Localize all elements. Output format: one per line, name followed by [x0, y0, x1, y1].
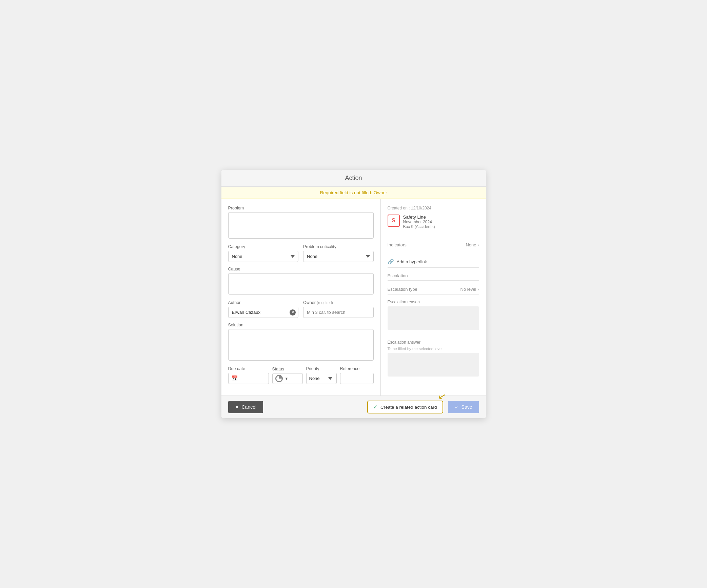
x-icon: ✕ [235, 404, 239, 410]
criticality-select[interactable]: None Low Medium High [303, 251, 374, 262]
due-date-input[interactable]: 📅 [228, 373, 269, 384]
escalation-type-value: No level › [460, 287, 479, 292]
source-info: Safety Line November 2024 Box 9 (Acciden… [403, 215, 435, 229]
created-date: Created on : 12/10/2024 [388, 206, 479, 210]
link-icon: 🔗 [388, 259, 394, 265]
category-label: Category [228, 244, 299, 249]
priority-select[interactable]: None Low Medium High [309, 374, 334, 382]
escalation-reason-group: Escalation reason [388, 300, 479, 335]
source-icon: S [388, 215, 400, 227]
indicators-label: Indicators [388, 242, 407, 247]
escalation-title: Escalation [388, 273, 479, 281]
indicators-value: None › [466, 242, 479, 247]
reference-label: Reference [340, 366, 374, 371]
modal-header: Action [221, 170, 486, 187]
owner-input-wrapper [303, 307, 374, 318]
cause-group: Cause [228, 267, 374, 296]
escalation-reason-textarea[interactable] [388, 306, 479, 330]
action-modal: Action Required field is not filled: Own… [221, 170, 486, 418]
category-group: Category None Type 1 Type 2 [228, 244, 299, 262]
save-label: Save [461, 404, 472, 410]
author-label: Author [228, 300, 299, 305]
owner-group: Owner (required) [303, 300, 374, 318]
chevron-right-icon: › [478, 243, 479, 247]
create-action-card-button[interactable]: ↙ ✓ Create a related action card [367, 401, 443, 413]
problem-label: Problem [228, 206, 374, 210]
save-check-icon: ✓ [455, 404, 459, 410]
escalation-type-label: Escalation type [388, 287, 417, 292]
indicators-row[interactable]: Indicators None › [388, 239, 479, 251]
right-panel: Created on : 12/10/2024 S Safety Line No… [381, 199, 486, 396]
modal-title: Action [228, 175, 479, 182]
escalation-answer-note: To be filled by the selected level [388, 347, 479, 351]
criticality-label: Problem criticality [303, 244, 374, 249]
problem-textarea[interactable] [228, 212, 374, 239]
author-input-wrapper: ✕ [228, 307, 299, 318]
criticality-group: Problem criticality None Low Medium High [303, 244, 374, 262]
status-label: Status [272, 367, 303, 371]
status-select[interactable]: ▼ [272, 373, 303, 384]
create-action-label: Create a related action card [380, 405, 437, 410]
owner-label: Owner (required) [303, 300, 374, 305]
save-button[interactable]: ✓ Save [448, 401, 479, 413]
escalation-reason-label: Escalation reason [388, 300, 479, 304]
author-input[interactable] [228, 307, 299, 318]
source-box: Box 9 (Accidents) [403, 224, 435, 229]
cause-textarea[interactable] [228, 273, 374, 295]
status-group: Status ▼ [272, 367, 303, 384]
calendar-icon: 📅 [231, 375, 238, 382]
cause-label: Cause [228, 267, 374, 271]
source-subtitle: November 2024 [403, 220, 435, 224]
status-dropdown-button[interactable]: ▼ [285, 377, 289, 381]
reference-input[interactable] [340, 373, 374, 384]
escalation-answer-label: Escalation answer [388, 340, 479, 345]
escalation-answer-textarea[interactable] [388, 353, 479, 377]
footer-right: ↙ ✓ Create a related action card ✓ Save [367, 401, 479, 413]
modal-body: Problem Category None Type 1 Type 2 Prob… [221, 199, 486, 396]
author-clear-button[interactable]: ✕ [290, 309, 296, 316]
due-date-group: Due date 📅 [228, 366, 269, 384]
solution-label: Solution [228, 323, 374, 327]
problem-group: Problem [228, 206, 374, 240]
due-date-label: Due date [228, 366, 269, 371]
solution-group: Solution [228, 323, 374, 362]
bottom-row: Due date 📅 Status ▼ Priority [228, 366, 374, 389]
escalation-chevron-icon: › [478, 287, 479, 292]
modal-footer: ✕ Cancel ↙ ✓ Create a related action car… [221, 396, 486, 418]
status-circle-icon [275, 375, 283, 382]
left-panel: Problem Category None Type 1 Type 2 Prob… [221, 199, 381, 396]
source-card: S Safety Line November 2024 Box 9 (Accid… [388, 215, 479, 234]
category-select[interactable]: None Type 1 Type 2 [228, 251, 299, 262]
owner-input[interactable] [303, 307, 374, 318]
checkmark-icon: ✓ [373, 404, 378, 410]
priority-label: Priority [306, 366, 337, 371]
author-owner-row: Author ✕ Owner (required) [228, 300, 374, 323]
cancel-button[interactable]: ✕ Cancel [228, 401, 263, 413]
hyperlink-label: Add a hyperlink [397, 259, 427, 264]
category-criticality-row: Category None Type 1 Type 2 Problem crit… [228, 244, 374, 267]
priority-wrapper: None Low Medium High [306, 373, 337, 384]
hyperlink-row[interactable]: 🔗 Add a hyperlink [388, 256, 479, 268]
escalation-type-row[interactable]: Escalation type No level › [388, 284, 479, 295]
escalation-answer-group: Escalation answer To be filled by the se… [388, 340, 479, 382]
reference-group: Reference [340, 366, 374, 384]
priority-group: Priority None Low Medium High [306, 366, 337, 384]
source-name: Safety Line [403, 215, 435, 220]
solution-textarea[interactable] [228, 329, 374, 361]
author-group: Author ✕ [228, 300, 299, 318]
cancel-label: Cancel [242, 404, 257, 410]
warning-banner: Required field is not filled: Owner [221, 187, 486, 199]
